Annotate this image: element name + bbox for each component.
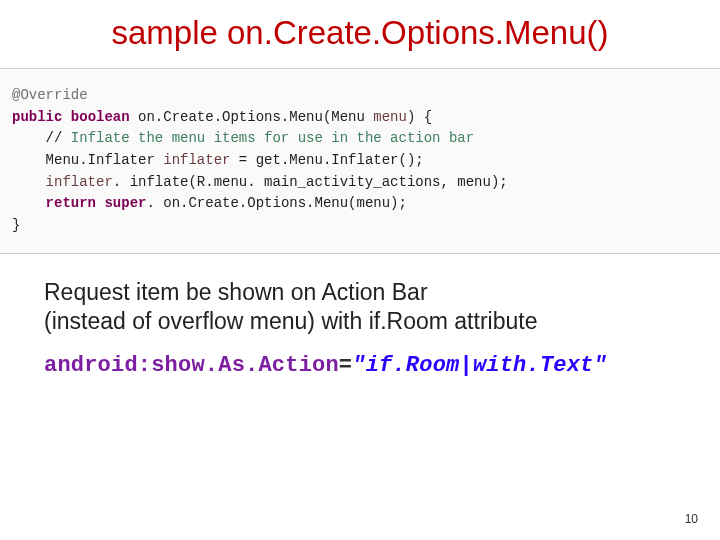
kw-public: public [12,109,62,125]
xml-eq: = [339,353,352,378]
method-name: on.Create.Options.Menu [130,109,323,125]
code-block: @Override public boolean on.Create.Optio… [0,68,720,254]
comment-text: Inflate the menu items for use in the ac… [71,130,474,146]
kw-boolean: boolean [71,109,130,125]
page-number: 10 [685,512,698,526]
xml-snippet: android:show.As.Action="if.Room|with.Tex… [44,353,720,378]
param-name: menu [373,109,407,125]
caption-line2: (instead of overflow menu) with if.Room … [44,308,537,334]
xml-val: "if.Room|with.Text" [352,353,607,378]
brace-close: } [12,217,20,233]
caption: Request item be shown on Action Bar (ins… [44,278,720,336]
kw-super: super [104,195,146,211]
close-paren: ) [407,109,415,125]
l3-type: Menu.Inflater [46,152,164,168]
l5-rest: . on.Create.Options.Menu(menu); [146,195,406,211]
code-annotation: @Override [12,87,88,103]
comment-slashes: // [46,130,71,146]
caption-line1: Request item be shown on Action Bar [44,279,428,305]
slide-title: sample on.Create.Options.Menu() [0,14,720,52]
l3-eq: = [230,152,255,168]
kw-return: return [46,195,96,211]
l3-var: inflater [163,152,230,168]
l4-rest: . inflate(R.menu. main_activity_actions,… [113,174,508,190]
brace-open: { [424,109,432,125]
xml-attr: android:show.As.Action [44,353,339,378]
param-type: Menu [331,109,373,125]
l3-call: get.Menu.Inflater(); [256,152,424,168]
l4-var: inflater [46,174,113,190]
